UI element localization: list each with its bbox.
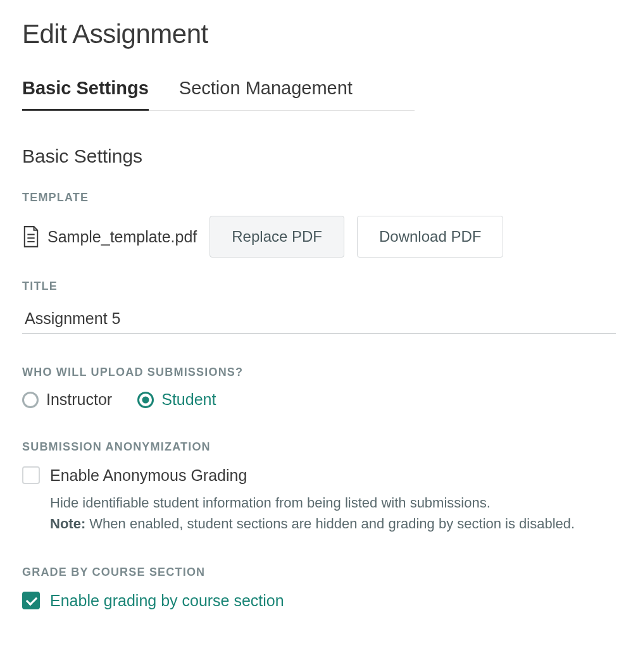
anonymization-note-text: When enabled, student sections are hidde… xyxy=(85,516,575,532)
grade-by-section-checkbox[interactable] xyxy=(22,592,40,609)
anonymization-block: Enable Anonymous Grading Hide identifiab… xyxy=(22,465,616,534)
radio-instructor-label: Instructor xyxy=(46,390,112,409)
radio-student[interactable]: Student xyxy=(137,390,216,409)
radio-student-label: Student xyxy=(161,390,216,409)
anonymization-row: Enable Anonymous Grading Hide identifiab… xyxy=(22,465,616,534)
radio-instructor-circle xyxy=(22,392,39,408)
grade-by-section-block: Enable grading by course section xyxy=(22,590,616,611)
grade-by-section-content: Enable grading by course section xyxy=(50,590,616,611)
title-label: TITLE xyxy=(22,280,616,293)
replace-pdf-button[interactable]: Replace PDF xyxy=(210,216,344,258)
template-label: TEMPLATE xyxy=(22,191,616,204)
anonymous-grading-checkbox[interactable] xyxy=(22,466,40,484)
anonymization-note-prefix: Note: xyxy=(50,516,85,532)
template-row: Sample_template.pdf Replace PDF Download… xyxy=(22,216,616,258)
download-pdf-button[interactable]: Download PDF xyxy=(357,216,503,258)
template-file-display: Sample_template.pdf xyxy=(22,226,197,247)
grade-by-section-checkbox-label: Enable grading by course section xyxy=(50,590,616,611)
grade-by-section-label: GRADE BY COURSE SECTION xyxy=(22,566,616,579)
uploader-label: WHO WILL UPLOAD SUBMISSIONS? xyxy=(22,366,616,379)
title-input[interactable] xyxy=(22,304,616,334)
tab-section-management[interactable]: Section Management xyxy=(179,78,353,110)
anonymization-desc-text: Hide identifiable student information fr… xyxy=(50,495,491,511)
grade-by-section-row: Enable grading by course section xyxy=(22,590,616,611)
section-heading: Basic Settings xyxy=(22,146,616,167)
tabs-container: Basic Settings Section Management xyxy=(22,78,415,111)
anonymization-label: SUBMISSION ANONYMIZATION xyxy=(22,440,616,454)
file-icon xyxy=(22,226,40,247)
radio-instructor[interactable]: Instructor xyxy=(22,390,112,409)
template-filename: Sample_template.pdf xyxy=(47,228,197,246)
uploader-radio-group: Instructor Student xyxy=(22,390,616,409)
anonymization-content: Enable Anonymous Grading Hide identifiab… xyxy=(50,465,616,534)
anonymization-description: Hide identifiable student information fr… xyxy=(50,492,616,534)
radio-student-circle xyxy=(137,392,154,408)
tab-basic-settings[interactable]: Basic Settings xyxy=(22,78,149,110)
anonymous-grading-label: Enable Anonymous Grading xyxy=(50,465,616,486)
page-title: Edit Assignment xyxy=(22,19,616,49)
